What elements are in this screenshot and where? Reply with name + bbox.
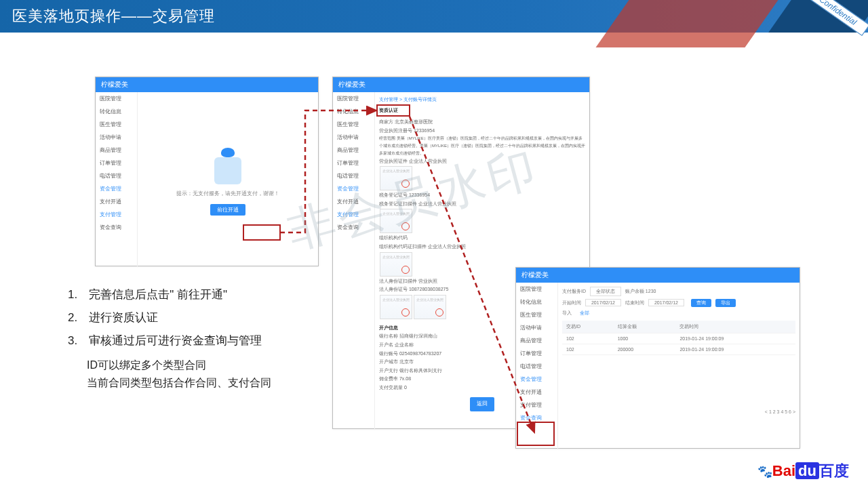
nav-sub-active[interactable]: 支付管理 bbox=[333, 208, 374, 221]
paw-icon: 🐾 bbox=[757, 465, 772, 479]
field: 商家方 北京美丽整形医院 bbox=[379, 118, 585, 127]
cert-image: 企业法人营业执照 bbox=[414, 295, 446, 319]
step-1: 1. 完善信息后点击" 前往开通" bbox=[68, 283, 271, 306]
nav-item-active[interactable]: 资金管理 bbox=[516, 373, 557, 386]
lbl: 结束时间 bbox=[625, 300, 644, 305]
nav-item-active[interactable]: 资金管理 bbox=[333, 182, 374, 195]
table-row[interactable]: 1022000002019-01-24 19:00:09 bbox=[562, 344, 795, 355]
nav-item[interactable]: 转化信息 bbox=[333, 105, 374, 118]
val: 1230 bbox=[646, 289, 656, 293]
nav-item[interactable]: 医院管理 bbox=[516, 283, 557, 296]
sidebar-1: 医院管理 转化信息 医生管理 活动申请 商品管理 订单管理 电话管理 资金管理 … bbox=[96, 92, 138, 267]
nav-item[interactable]: 医生管理 bbox=[516, 308, 557, 321]
robot-icon bbox=[214, 157, 241, 184]
nav-item[interactable]: 电话管理 bbox=[516, 360, 557, 373]
nav-item[interactable]: 活动申请 bbox=[96, 131, 137, 144]
lbl: 支付服务ID bbox=[562, 289, 586, 293]
field: 组织机构代码 bbox=[379, 234, 585, 243]
nav-item[interactable]: 商品管理 bbox=[516, 334, 557, 347]
open-button[interactable]: 前往开通 bbox=[210, 204, 245, 216]
slide-canvas: 柠檬爱美 医院管理 转化信息 医生管理 活动申请 商品管理 订单管理 电话管理 … bbox=[0, 33, 868, 488]
nav-item[interactable]: 转化信息 bbox=[516, 296, 557, 308]
main-panel-1: 提示：无支付服务，请先开通支付，谢谢！ 前往开通 bbox=[138, 92, 318, 267]
nav-item[interactable]: 订单管理 bbox=[333, 157, 374, 169]
screenshot-3: 柠檬爱美 医院管理 转化信息 医生管理 活动申请 商品管理 订单管理 电话管理 … bbox=[515, 267, 800, 449]
note-2: 当前合同类型包括合作合同、支付合同 bbox=[87, 374, 271, 392]
nav-item[interactable]: 医生管理 bbox=[96, 118, 137, 131]
nav-item[interactable]: 电话管理 bbox=[333, 169, 374, 182]
breadcrumb[interactable]: 支付管理 > 支付账号详情页 bbox=[379, 96, 585, 103]
cert-image: 企业法人营业执照 bbox=[380, 209, 412, 233]
page-header: 医美落地页操作——交易管理 bbox=[0, 0, 868, 33]
col: 结算金额 bbox=[614, 321, 676, 333]
nav-sub[interactable]: 资金查询 bbox=[333, 221, 374, 234]
nav-item[interactable]: 医生管理 bbox=[333, 118, 374, 131]
lbl: 账户余额 bbox=[625, 289, 644, 293]
page-title: 医美落地页操作——交易管理 bbox=[12, 6, 215, 26]
transaction-table: 交易ID结算金额交易时间 10210002019-01-24 19:00:09 … bbox=[562, 321, 795, 355]
table-row[interactable]: 10210002019-01-24 19:00:09 bbox=[562, 333, 795, 344]
nav-item-active[interactable]: 资金管理 bbox=[96, 182, 137, 195]
cert-image: 企业法人营业执照 bbox=[380, 295, 412, 319]
main-panel-3: 支付服务ID 全部状态 账户余额 1230 开始时间 2017/02/12 结束… bbox=[558, 283, 800, 449]
empty-tip: 提示：无支付服务，请先开通支付，谢谢！ bbox=[142, 190, 314, 197]
status-select[interactable]: 全部状态 bbox=[590, 287, 621, 296]
nav-item[interactable]: 电话管理 bbox=[96, 169, 137, 182]
nav-sub[interactable]: 支付管理 bbox=[516, 399, 557, 411]
nav-item[interactable]: 转化信息 bbox=[96, 105, 137, 118]
col: 交易ID bbox=[562, 321, 614, 333]
query-button[interactable]: 查询 bbox=[691, 299, 711, 307]
date-end[interactable]: 2017/02/12 bbox=[648, 299, 684, 306]
back-button[interactable]: 返回 bbox=[470, 397, 494, 411]
highlight-cert bbox=[376, 104, 410, 117]
step-2: 2. 进行资质认证 bbox=[68, 306, 271, 329]
app-header-3: 柠檬爱美 bbox=[516, 268, 800, 283]
nav-item[interactable]: 活动申请 bbox=[516, 321, 557, 334]
field: 税务登记证号 12336954 bbox=[379, 191, 585, 200]
instructions: 1. 完善信息后点击" 前往开通" 2. 进行资质认证 3. 审核通过后可进行资… bbox=[68, 283, 271, 391]
note-1: ID可以绑定多个类型合同 bbox=[87, 357, 271, 374]
nav-item[interactable]: 订单管理 bbox=[96, 157, 137, 169]
cert-image: 企业法人营业执照 bbox=[380, 252, 412, 277]
col: 交易时间 bbox=[675, 321, 795, 333]
nav-sub[interactable]: 支付开通 bbox=[516, 386, 557, 399]
field: 经营范围 美莱（MYLIKE）医疗美容（连锁）医院集团，经过二十年的品牌积累和规… bbox=[379, 135, 585, 157]
lbl: 开始时间 bbox=[562, 300, 581, 305]
baidu-logo: 🐾Baidu百度 bbox=[757, 461, 849, 481]
highlight-open-btn bbox=[243, 224, 281, 241]
app-header-1: 柠檬爱美 bbox=[96, 77, 318, 92]
nav-item[interactable]: 活动申请 bbox=[333, 131, 374, 144]
lbl: 导入 bbox=[562, 310, 572, 315]
field: 税务登记证扫描件 企业法人营业执照 bbox=[379, 200, 585, 209]
field: 营业执照证件 企业法人营业执照 bbox=[379, 157, 585, 166]
field: 营业执照注册号 12336954 bbox=[379, 127, 585, 136]
nav-sub[interactable]: 支付开通 bbox=[96, 195, 137, 208]
nav-item[interactable]: 订单管理 bbox=[516, 347, 557, 360]
field: 组织机构代码证扫描件 企业法人营业执照 bbox=[379, 243, 585, 251]
date-start[interactable]: 2017/02/12 bbox=[585, 299, 621, 306]
cert-image: 企业法人营业执照 bbox=[380, 166, 412, 190]
nav-sub[interactable]: 支付开通 bbox=[333, 195, 374, 208]
export-button[interactable]: 导出 bbox=[715, 299, 736, 307]
nav-item[interactable]: 商品管理 bbox=[96, 144, 137, 157]
app-header-2: 柠檬爱美 bbox=[333, 77, 589, 92]
screenshot-1: 柠檬爱美 医院管理 转化信息 医生管理 活动申请 商品管理 订单管理 电话管理 … bbox=[95, 77, 319, 266]
sidebar-2: 医院管理 转化信息 医生管理 活动申请 商品管理 订单管理 电话管理 资金管理 … bbox=[333, 92, 375, 430]
nav-sub[interactable]: 资金查询 bbox=[96, 221, 137, 234]
nav-item[interactable]: 医院管理 bbox=[96, 92, 137, 105]
pager[interactable]: < 1 2 3 4 5 6 > bbox=[562, 409, 795, 414]
step-3: 3. 审核通过后可进行资金查询与管理 bbox=[68, 329, 271, 352]
nav-item[interactable]: 商品管理 bbox=[333, 144, 374, 157]
nav-item[interactable]: 医院管理 bbox=[333, 92, 374, 105]
import-link[interactable]: 全部 bbox=[580, 310, 589, 315]
highlight-fund-mgmt bbox=[517, 422, 555, 446]
nav-sub-active[interactable]: 支付管理 bbox=[96, 208, 137, 221]
